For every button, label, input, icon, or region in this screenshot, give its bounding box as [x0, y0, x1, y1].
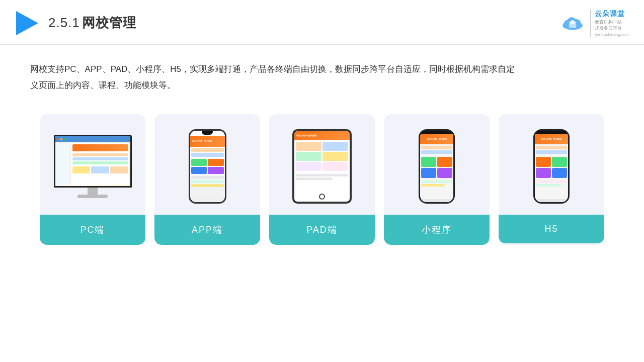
monitor-screen [54, 135, 132, 188]
mini-grid-2 [437, 157, 452, 167]
logo-area: 云朵课堂 教育机构一站 式服务云平台 yunduoketang.com [559, 9, 629, 37]
card-app-label: APP端 [154, 215, 260, 245]
h5-screen-header: 职进人的第一堂兴趣课 [535, 134, 568, 144]
cloud-logo-icon [559, 14, 586, 32]
svg-marker-0 [16, 11, 38, 35]
tablet-mockup: 职进人的第一堂兴趣课 [292, 129, 352, 204]
card-pc: PC端 [40, 114, 145, 245]
h5-grid [535, 156, 568, 179]
tablet-item-1 [296, 142, 321, 151]
card-mini-image: 职进人的第一堂兴趣课 [384, 114, 490, 215]
monitor-mockup [54, 135, 132, 198]
phone-mockup-app: 职进人的第一堂兴趣课 [189, 129, 226, 204]
tablet-item-6 [323, 162, 348, 171]
tablet-item-5 [296, 162, 321, 171]
mini-phone-mockup: 职进人的第一堂兴趣课 [419, 129, 455, 204]
h5-bottom-bar [535, 199, 568, 202]
logo-brand: 云朵课堂 [595, 9, 625, 19]
header-left: 2.5.1网校管理 [15, 11, 136, 35]
h5-phone-notch [547, 131, 556, 134]
mini-screen-header: 职进人的第一堂兴趣课 [420, 134, 453, 144]
tablet-item-2 [323, 142, 348, 151]
card-h5-label: H5 [499, 215, 604, 243]
phone-grid-2 [208, 159, 224, 166]
card-pc-label: PC端 [40, 215, 145, 245]
phone-grid-4 [208, 167, 224, 174]
h5-phone-screen: 职进人的第一堂兴趣课 [535, 134, 568, 202]
h5-grid-2 [552, 157, 567, 167]
tablet-item-3 [296, 152, 321, 161]
mini-grid-4 [437, 168, 452, 178]
card-pad-image: 职进人的第一堂兴趣课 [269, 114, 375, 215]
phone-grid-3 [191, 167, 207, 174]
logo-slogan2: 式服务云平台 [595, 25, 622, 32]
card-app-image: 职进人的第一堂兴趣课 [154, 114, 260, 215]
page-header: 2.5.1网校管理 云朵课堂 教育机构一站 式服务云平台 yunduoketan… [0, 0, 644, 45]
tablet-body: 职进人的第一堂兴趣课 [292, 129, 352, 204]
mini-grid-3 [421, 168, 436, 178]
card-mini: 职进人的第一堂兴趣课 [384, 114, 490, 245]
card-pad: 职进人的第一堂兴趣课 [269, 114, 375, 245]
phone-grid [190, 158, 225, 175]
logo-url: yunduoketang.com [595, 32, 629, 37]
page-title: 2.5.1网校管理 [48, 14, 136, 32]
mini-phone-screen: 职进人的第一堂兴趣课 [420, 134, 453, 202]
tablet-header: 职进人的第一堂兴趣课 [294, 131, 350, 140]
h5-grid-1 [536, 157, 551, 167]
mini-phone-notch [432, 131, 441, 134]
card-pad-label: PAD端 [269, 215, 375, 245]
card-app: 职进人的第一堂兴趣课 [154, 114, 260, 245]
play-icon [15, 11, 39, 35]
phone-body-app: 职进人的第一堂兴趣课 [189, 129, 226, 204]
logo-slogan: 教育机构一站 [595, 19, 622, 26]
mini-grid-1 [421, 157, 436, 167]
cards-container: PC端 职进人的第一堂兴趣课 [0, 104, 644, 260]
description-text: 网校支持PC、APP、PAD、小程序、H5，实现多端打通，产品各终端自由切换，数… [0, 45, 553, 104]
card-mini-label: 小程序 [384, 215, 490, 245]
card-pc-image [40, 114, 145, 215]
logo-text-area: 云朵课堂 教育机构一站 式服务云平台 yunduoketang.com [590, 9, 629, 37]
tablet-screen: 职进人的第一堂兴趣课 [294, 131, 350, 202]
h5-grid-4 [552, 168, 567, 178]
phone-screen-app: 职进人的第一堂兴趣课 [190, 131, 225, 202]
mini-bottom-bar [420, 199, 453, 202]
mini-grid [420, 156, 453, 179]
card-h5: 职进人的第一堂兴趣课 [499, 114, 604, 245]
tablet-item-4 [323, 152, 348, 161]
tablet-home-button [319, 194, 325, 200]
phone-grid-1 [191, 159, 207, 166]
h5-phone-mockup: 职进人的第一堂兴趣课 [533, 129, 570, 204]
card-h5-image: 职进人的第一堂兴趣课 [499, 114, 604, 215]
h5-grid-3 [536, 168, 551, 178]
phone-notch [202, 131, 213, 135]
